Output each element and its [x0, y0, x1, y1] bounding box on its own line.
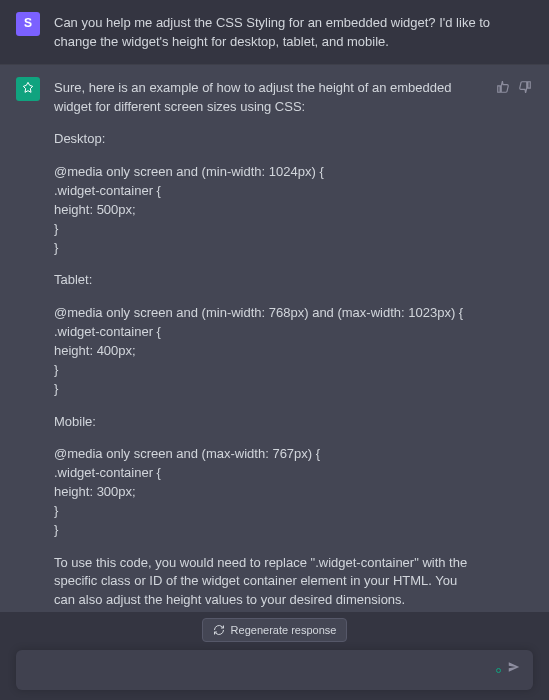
code-line: height: 400px; — [54, 342, 481, 361]
tablet-label: Tablet: — [54, 271, 481, 290]
message-actions — [495, 77, 533, 610]
code-line: .widget-container { — [54, 182, 481, 201]
mobile-code: @media only screen and (max-width: 767px… — [54, 445, 481, 539]
thumbs-down-icon — [518, 80, 532, 94]
code-line: height: 300px; — [54, 483, 481, 502]
message-input[interactable] — [28, 663, 496, 678]
code-line: } — [54, 502, 481, 521]
send-icon — [507, 660, 521, 674]
code-line: } — [54, 521, 481, 540]
desktop-label: Desktop: — [54, 130, 481, 149]
user-avatar-letter: S — [24, 15, 32, 32]
regenerate-button[interactable]: Regenerate response — [202, 618, 348, 642]
user-message-text: Can you help me adjust the CSS Styling f… — [54, 12, 533, 52]
code-line: @media only screen and (min-width: 1024p… — [54, 163, 481, 182]
status-dot-icon — [496, 668, 501, 673]
assistant-outro: To use this code, you would need to repl… — [54, 554, 481, 611]
mobile-label: Mobile: — [54, 413, 481, 432]
code-line: @media only screen and (max-width: 767px… — [54, 445, 481, 464]
code-line: .widget-container { — [54, 464, 481, 483]
code-line: } — [54, 239, 481, 258]
assistant-intro: Sure, here is an example of how to adjus… — [54, 79, 481, 117]
code-line: @media only screen and (min-width: 768px… — [54, 304, 481, 323]
send-button[interactable] — [507, 660, 521, 680]
openai-icon — [20, 81, 36, 97]
code-line: } — [54, 380, 481, 399]
thumbs-up-icon — [496, 80, 510, 94]
code-line: } — [54, 361, 481, 380]
tablet-code: @media only screen and (min-width: 768px… — [54, 304, 481, 398]
user-message: S Can you help me adjust the CSS Styling… — [0, 0, 549, 65]
input-actions — [496, 660, 521, 680]
desktop-code: @media only screen and (min-width: 1024p… — [54, 163, 481, 257]
code-line: .widget-container { — [54, 323, 481, 342]
input-bar: Regenerate response — [0, 612, 549, 700]
refresh-icon — [213, 624, 225, 636]
code-line: height: 500px; — [54, 201, 481, 220]
assistant-message: Sure, here is an example of how to adjus… — [0, 65, 549, 622]
code-line: } — [54, 220, 481, 239]
user-avatar: S — [16, 12, 40, 36]
regenerate-label: Regenerate response — [231, 624, 337, 636]
thumbs-up-button[interactable] — [495, 79, 511, 95]
thumbs-down-button[interactable] — [517, 79, 533, 95]
assistant-avatar — [16, 77, 40, 101]
assistant-content: Sure, here is an example of how to adjus… — [54, 77, 481, 610]
message-input-box[interactable] — [16, 650, 533, 690]
